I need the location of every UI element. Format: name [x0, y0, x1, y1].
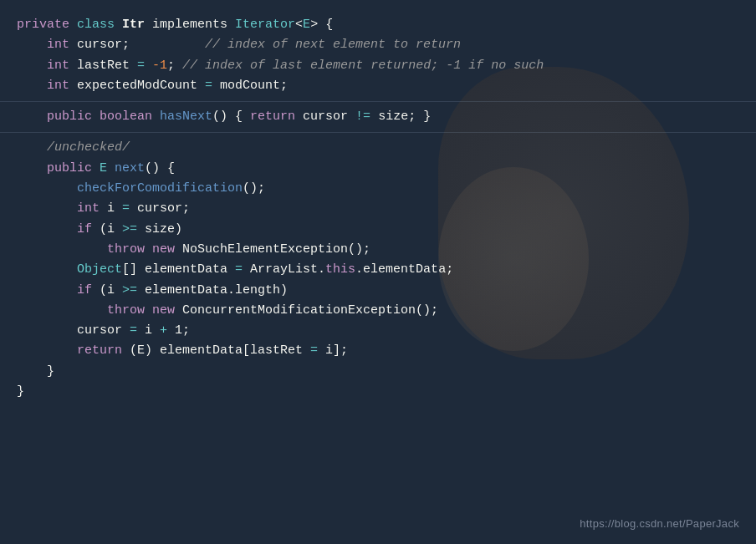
token: () { [212, 109, 250, 124]
code-line-10: if (i >= size) [0, 220, 756, 240]
token: () { [145, 161, 175, 175]
token: i]; [325, 343, 348, 358]
token: boolean [100, 109, 160, 124]
code-line-2: int cursor; // index of next element to … [0, 35, 756, 55]
code-line-14: throw new ConcurrentModificationExceptio… [0, 301, 756, 321]
token: (E) elementData[lastRet [130, 343, 310, 358]
token: int [77, 201, 107, 216]
token: int [47, 38, 77, 52]
code-line-4: int expectedModCount = modCount; [0, 76, 756, 96]
token: return [77, 343, 130, 358]
token: cursor; [77, 38, 205, 52]
token: = [137, 58, 152, 73]
token: cursor [77, 323, 130, 338]
token: // index of next element to return [205, 38, 461, 52]
token: next [115, 161, 145, 175]
token: implements [152, 18, 235, 32]
token: ConcurrentModificationException [182, 303, 416, 318]
token: = [205, 79, 220, 93]
token: if [77, 222, 100, 236]
token: hasNext [160, 109, 212, 124]
token: (i [100, 283, 122, 297]
token: ; [167, 58, 182, 73]
code-line-5: public boolean hasNext() { return cursor… [0, 107, 756, 127]
token: private [17, 18, 77, 32]
token: elementData.length) [145, 283, 288, 297]
token: modCount; [220, 79, 288, 93]
token: NoSuchElementException [182, 242, 348, 257]
token: Iterator [235, 18, 295, 32]
token: expectedModCount [77, 79, 205, 93]
token: new [152, 242, 182, 257]
token: = [122, 201, 137, 216]
token: class [77, 18, 122, 32]
token: checkForComodification [77, 181, 243, 196]
token: (i [100, 222, 122, 236]
code-line-12: Object[] elementData = ArrayList.this.el… [0, 260, 756, 280]
token: this [325, 262, 355, 277]
token: } [17, 384, 24, 399]
code-line-13: if (i >= elementData.length) [0, 281, 756, 301]
token: new [152, 303, 182, 318]
token: cursor; [137, 201, 190, 216]
token: if [77, 283, 100, 297]
token: < [295, 18, 303, 32]
token: (); [243, 181, 265, 196]
code-line-1: private class Itr implements Iterator<E>… [0, 15, 756, 35]
code-line-3: int lastRet = -1; // index of last eleme… [0, 56, 756, 76]
token: public [47, 161, 100, 175]
code-line-11: throw new NoSuchElementException(); [0, 240, 756, 260]
token: Itr [122, 18, 152, 32]
token: E [303, 18, 310, 32]
token: int [47, 79, 77, 93]
token: -1 [152, 58, 167, 73]
token: = [310, 343, 325, 358]
token: cursor [303, 109, 355, 124]
token: size) [145, 222, 182, 236]
code-line-16: return (E) elementData[lastRet = i]; [0, 341, 756, 361]
token: size; } [378, 109, 431, 124]
code-line-8: checkForComodification(); [0, 179, 756, 199]
code-line-9: int i = cursor; [0, 199, 756, 219]
token: public [47, 109, 100, 124]
token: != [355, 109, 378, 124]
token: return [250, 109, 303, 124]
code-line-6: /unchecked/ [0, 138, 756, 158]
token: (); [348, 242, 370, 257]
token: + [160, 323, 175, 338]
token: Object [77, 262, 122, 277]
token: 1; [175, 323, 190, 338]
token: >= [122, 222, 145, 236]
code-line-7: public E next() { [0, 159, 756, 179]
token: ArrayList. [250, 262, 325, 277]
token: E [100, 161, 115, 175]
code-line-18: } [0, 382, 756, 402]
code-line-15: cursor = i + 1; [0, 321, 756, 341]
token: [] elementData [122, 262, 235, 277]
code-container: private class Itr implements Iterator<E>… [0, 0, 756, 544]
token: i [145, 323, 160, 338]
token: (); [416, 303, 438, 318]
token: lastRet [77, 58, 137, 73]
token: throw [107, 242, 152, 257]
token: = [235, 262, 250, 277]
token: throw [107, 303, 152, 318]
token: /unchecked/ [47, 140, 130, 155]
watermark: https://blog.csdn.net/PaperJack [580, 516, 739, 532]
token: } [47, 364, 54, 379]
token: int [47, 58, 77, 73]
token: = [130, 323, 145, 338]
code-line-17: } [0, 362, 756, 382]
token: .elementData; [355, 262, 453, 277]
separator-2 [0, 132, 756, 133]
token: > { [310, 18, 333, 32]
token: // index of last element returned; -1 if… [182, 58, 544, 73]
token: i [107, 201, 122, 216]
separator-1 [0, 101, 756, 102]
token: >= [122, 283, 145, 297]
